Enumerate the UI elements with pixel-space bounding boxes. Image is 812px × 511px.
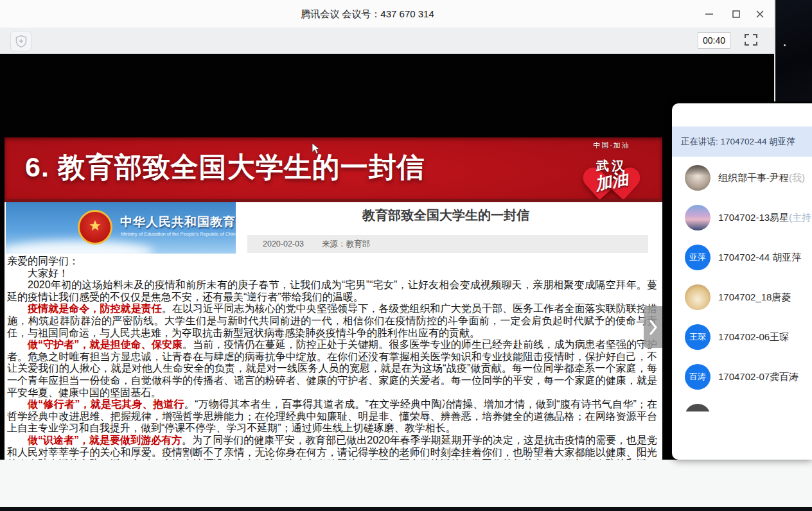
participants-panel: 正在讲话: 1704702-44 胡亚萍 组织部干事-尹程(我) 1704702…: [672, 103, 812, 460]
article-meta: 2020-02-03来源：教育部: [247, 235, 648, 253]
article-title: 教育部致全国大学生的一封信: [236, 207, 656, 224]
wuhan-jiayou-badge: 中国·加油 武汉 加油: [565, 139, 658, 198]
avatar: 百涛: [685, 364, 710, 390]
shield-plus-icon: [15, 35, 27, 48]
avatar: 王琛: [685, 324, 710, 350]
participant-row[interactable]: 1704702-13易星(主持: [672, 198, 812, 238]
article-source: 来源：教育部: [322, 239, 370, 248]
chevron-right-icon: [649, 319, 658, 336]
paragraph: 做“修行者”，就是宅其身、抱道行。“万物得其本者生，百事得其道者成。”在文学经典…: [7, 399, 657, 435]
participant-name: 1704702-07龚百涛: [718, 371, 799, 382]
minimize-button[interactable]: [700, 4, 719, 24]
minimize-icon: [704, 9, 714, 19]
article-date: 2020-02-03: [263, 239, 304, 248]
meeting-toolbar-top: [0, 28, 812, 54]
national-emblem-icon: [78, 210, 112, 245]
host-tag: (主持: [789, 212, 811, 223]
maximize-button[interactable]: [727, 4, 746, 24]
window-title: 腾讯会议 会议号：437 670 314: [0, 0, 735, 28]
participant-row[interactable]: 1704702_18唐菱: [672, 277, 812, 317]
participant-name: 1704702_18唐菱: [718, 291, 791, 302]
mouse-cursor: [312, 143, 321, 155]
participant-row[interactable]: 组织部干事-尹程(我): [672, 158, 812, 198]
maximize-icon: [731, 9, 741, 19]
tencent-meeting-window: 腾讯会议 会议号：437 670 314 00:40 6. 教育部致全国大: [0, 0, 812, 511]
avatar: [685, 165, 710, 191]
paragraph: 做“守护者”，就是担使命、保安康。当前，疫情仍在蔓延，防控正处于关键期。很多医学…: [7, 339, 657, 399]
participant-name: 1704702-06王琛: [718, 331, 789, 342]
slide-banner: 6. 教育部致全国大学生的一封信 中国·加油 武汉 加油: [4, 137, 662, 200]
paragraph: 疫情就是命令，防控就是责任。在以习近平同志为核心的党中央坚强领导下，各级党组织和…: [7, 303, 657, 339]
avatar: [685, 205, 710, 230]
moe-name-en: Ministry of Education of the People's Re…: [121, 231, 236, 237]
screen-bottom-edge: [0, 507, 812, 511]
next-slide-button[interactable]: [644, 306, 662, 348]
fullscreen-icon: [743, 33, 759, 47]
paragraph: 2020年初的这场始料未及的疫情和前所未有的庚子春节，让我们成为“宅男”“宅女”…: [7, 279, 657, 303]
speaker-video-thumbnail[interactable]: [774, 0, 812, 101]
participant-list: 组织部干事-尹程(我) 1704702-13易星(主持 亚萍 1704702-4…: [672, 158, 812, 411]
avatar: 亚萍: [685, 245, 710, 270]
slide-title: 6. 教育部致全国大学生的一封信: [25, 149, 425, 186]
moe-site-header: 中华人民共和国教育部 Ministry of Education of the …: [6, 202, 236, 254]
avatar: [685, 284, 710, 310]
participant-name: 组织部干事-尹程: [718, 172, 789, 183]
title-bar: 腾讯会议 会议号：437 670 314: [0, 0, 812, 28]
moe-name-cn: 中华人民共和国教育部: [120, 214, 236, 230]
china-jiayou-label: 中国·加油: [565, 141, 658, 150]
fullscreen-button[interactable]: [741, 32, 761, 49]
me-tag: (我): [789, 172, 805, 183]
close-icon: [755, 9, 765, 19]
participant-row[interactable]: 亚萍 1704702-44 胡亚萍: [672, 238, 812, 277]
paragraph: 亲爱的同学们：: [7, 256, 657, 268]
participant-row[interactable]: 百涛 1704702-07龚百涛: [672, 357, 812, 397]
participant-name: 1704702-44 胡亚萍: [718, 252, 801, 263]
avatar: [685, 404, 710, 411]
meeting-timer: 00:40: [698, 32, 730, 49]
meeting-toolbar-bottom: 解除静音 开启视频 共享屏幕: [0, 460, 812, 507]
participant-name: 1704702-13易星: [718, 212, 789, 223]
participant-row[interactable]: [672, 397, 812, 411]
close-button[interactable]: [750, 4, 770, 24]
now-speaking-bar: 正在讲话: 1704702-44 胡亚萍: [672, 126, 812, 157]
security-shield-button[interactable]: [10, 31, 31, 51]
paragraph: 大家好！: [7, 268, 657, 280]
participant-row[interactable]: 王琛 1704702-06王琛: [672, 317, 812, 357]
